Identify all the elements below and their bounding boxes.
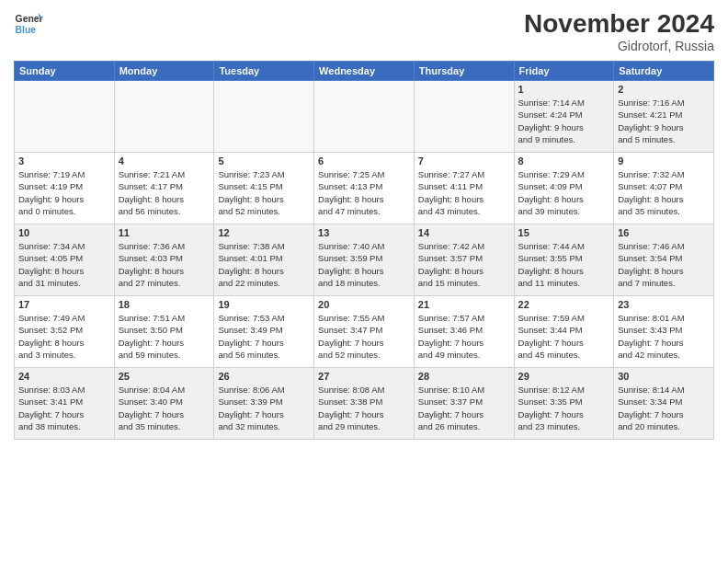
day-info: Sunrise: 7:59 AM Sunset: 3:44 PM Dayligh… (518, 312, 610, 361)
table-row: 16Sunrise: 7:46 AM Sunset: 3:54 PM Dayli… (614, 224, 714, 296)
day-info: Sunrise: 7:29 AM Sunset: 4:09 PM Dayligh… (518, 168, 610, 217)
day-info: Sunrise: 7:57 AM Sunset: 3:46 PM Dayligh… (418, 312, 510, 361)
day-number: 25 (119, 371, 210, 382)
table-row: 15Sunrise: 7:44 AM Sunset: 3:55 PM Dayli… (514, 224, 614, 296)
header-thursday: Thursday (414, 62, 514, 81)
table-row: 23Sunrise: 8:01 AM Sunset: 3:43 PM Dayli… (614, 296, 714, 368)
table-row: 10Sunrise: 7:34 AM Sunset: 4:05 PM Dayli… (15, 224, 115, 296)
week-row-4: 24Sunrise: 8:03 AM Sunset: 3:41 PM Dayli… (15, 368, 714, 440)
day-number: 7 (418, 155, 510, 167)
day-info: Sunrise: 7:21 AM Sunset: 4:17 PM Dayligh… (119, 168, 210, 217)
day-info: Sunrise: 8:08 AM Sunset: 3:38 PM Dayligh… (318, 384, 410, 432)
table-row: 29Sunrise: 8:12 AM Sunset: 3:35 PM Dayli… (514, 368, 614, 440)
svg-text:Blue: Blue (16, 25, 37, 35)
day-number: 11 (119, 227, 210, 238)
logo-icon: General Blue (14, 9, 43, 39)
day-info: Sunrise: 7:46 AM Sunset: 3:54 PM Dayligh… (618, 240, 710, 289)
day-number: 10 (18, 227, 110, 238)
day-number: 8 (518, 155, 610, 167)
table-row: 4Sunrise: 7:21 AM Sunset: 4:17 PM Daylig… (114, 153, 214, 224)
day-info: Sunrise: 8:06 AM Sunset: 3:39 PM Dayligh… (218, 384, 310, 432)
weekday-header-row: Sunday Monday Tuesday Wednesday Thursday… (15, 62, 714, 81)
table-row: 12Sunrise: 7:38 AM Sunset: 4:01 PM Dayli… (214, 224, 314, 296)
day-number: 5 (218, 155, 310, 167)
header-monday: Monday (114, 62, 214, 81)
table-row: 7Sunrise: 7:27 AM Sunset: 4:11 PM Daylig… (414, 153, 514, 224)
table-row: 27Sunrise: 8:08 AM Sunset: 3:38 PM Dayli… (314, 368, 415, 440)
table-row (15, 81, 115, 153)
day-info: Sunrise: 7:49 AM Sunset: 3:52 PM Dayligh… (18, 312, 110, 361)
table-row: 22Sunrise: 7:59 AM Sunset: 3:44 PM Dayli… (514, 296, 614, 368)
day-number: 29 (518, 371, 610, 382)
header-saturday: Saturday (614, 62, 714, 81)
week-row-0: 1Sunrise: 7:14 AM Sunset: 4:24 PM Daylig… (15, 81, 714, 153)
table-row (314, 81, 415, 153)
month-title: November 2024 (524, 9, 714, 39)
day-info: Sunrise: 7:36 AM Sunset: 4:03 PM Dayligh… (119, 240, 210, 289)
day-info: Sunrise: 7:51 AM Sunset: 3:50 PM Dayligh… (119, 312, 210, 361)
table-row: 26Sunrise: 8:06 AM Sunset: 3:39 PM Dayli… (214, 368, 314, 440)
day-number: 23 (618, 299, 710, 310)
day-info: Sunrise: 7:16 AM Sunset: 4:21 PM Dayligh… (618, 97, 710, 145)
day-info: Sunrise: 7:14 AM Sunset: 4:24 PM Dayligh… (518, 97, 610, 145)
table-row: 21Sunrise: 7:57 AM Sunset: 3:46 PM Dayli… (414, 296, 514, 368)
table-row: 24Sunrise: 8:03 AM Sunset: 3:41 PM Dayli… (15, 368, 115, 440)
logo: General Blue (14, 9, 43, 39)
day-info: Sunrise: 8:12 AM Sunset: 3:35 PM Dayligh… (518, 384, 610, 432)
table-row: 8Sunrise: 7:29 AM Sunset: 4:09 PM Daylig… (514, 153, 614, 224)
day-number: 1 (518, 84, 610, 95)
title-block: November 2024 Gidrotorf, Russia (524, 9, 714, 53)
day-info: Sunrise: 7:40 AM Sunset: 3:59 PM Dayligh… (318, 240, 410, 289)
day-number: 22 (518, 299, 610, 310)
day-number: 3 (18, 155, 110, 167)
day-number: 16 (618, 227, 710, 238)
day-info: Sunrise: 7:32 AM Sunset: 4:07 PM Dayligh… (618, 168, 710, 217)
day-number: 21 (418, 299, 510, 310)
table-row (114, 81, 214, 153)
table-row: 5Sunrise: 7:23 AM Sunset: 4:15 PM Daylig… (214, 153, 314, 224)
calendar-table: Sunday Monday Tuesday Wednesday Thursday… (14, 61, 714, 440)
day-info: Sunrise: 8:04 AM Sunset: 3:40 PM Dayligh… (119, 384, 210, 432)
day-number: 27 (318, 371, 410, 382)
table-row: 28Sunrise: 8:10 AM Sunset: 3:37 PM Dayli… (414, 368, 514, 440)
table-row (214, 81, 314, 153)
table-row (414, 81, 514, 153)
day-info: Sunrise: 7:19 AM Sunset: 4:19 PM Dayligh… (18, 168, 110, 217)
day-number: 26 (218, 371, 310, 382)
table-row: 9Sunrise: 7:32 AM Sunset: 4:07 PM Daylig… (614, 153, 714, 224)
location: Gidrotorf, Russia (524, 39, 714, 53)
day-info: Sunrise: 7:25 AM Sunset: 4:13 PM Dayligh… (318, 168, 410, 217)
day-number: 2 (618, 84, 710, 95)
table-row: 30Sunrise: 8:14 AM Sunset: 3:34 PM Dayli… (614, 368, 714, 440)
day-number: 13 (318, 227, 410, 238)
table-row: 25Sunrise: 8:04 AM Sunset: 3:40 PM Dayli… (114, 368, 214, 440)
day-info: Sunrise: 7:42 AM Sunset: 3:57 PM Dayligh… (418, 240, 510, 289)
day-number: 6 (318, 155, 410, 167)
table-row: 17Sunrise: 7:49 AM Sunset: 3:52 PM Dayli… (15, 296, 115, 368)
table-row: 11Sunrise: 7:36 AM Sunset: 4:03 PM Dayli… (114, 224, 214, 296)
day-info: Sunrise: 7:34 AM Sunset: 4:05 PM Dayligh… (18, 240, 110, 289)
header: General Blue November 2024 Gidrotorf, Ru… (14, 9, 714, 53)
day-number: 17 (18, 299, 110, 310)
day-info: Sunrise: 8:14 AM Sunset: 3:34 PM Dayligh… (618, 384, 710, 432)
page: General Blue November 2024 Gidrotorf, Ru… (0, 0, 728, 563)
week-row-1: 3Sunrise: 7:19 AM Sunset: 4:19 PM Daylig… (15, 153, 714, 224)
day-number: 20 (318, 299, 410, 310)
day-number: 19 (218, 299, 310, 310)
day-info: Sunrise: 7:44 AM Sunset: 3:55 PM Dayligh… (518, 240, 610, 289)
header-tuesday: Tuesday (214, 62, 314, 81)
day-number: 24 (18, 371, 110, 382)
day-number: 14 (418, 227, 510, 238)
day-number: 18 (119, 299, 210, 310)
header-friday: Friday (514, 62, 614, 81)
table-row: 13Sunrise: 7:40 AM Sunset: 3:59 PM Dayli… (314, 224, 415, 296)
table-row: 20Sunrise: 7:55 AM Sunset: 3:47 PM Dayli… (314, 296, 415, 368)
day-number: 12 (218, 227, 310, 238)
table-row: 6Sunrise: 7:25 AM Sunset: 4:13 PM Daylig… (314, 153, 415, 224)
week-row-3: 17Sunrise: 7:49 AM Sunset: 3:52 PM Dayli… (15, 296, 714, 368)
day-number: 30 (618, 371, 710, 382)
table-row: 19Sunrise: 7:53 AM Sunset: 3:49 PM Dayli… (214, 296, 314, 368)
day-info: Sunrise: 7:55 AM Sunset: 3:47 PM Dayligh… (318, 312, 410, 361)
day-number: 15 (518, 227, 610, 238)
day-info: Sunrise: 8:01 AM Sunset: 3:43 PM Dayligh… (618, 312, 710, 361)
